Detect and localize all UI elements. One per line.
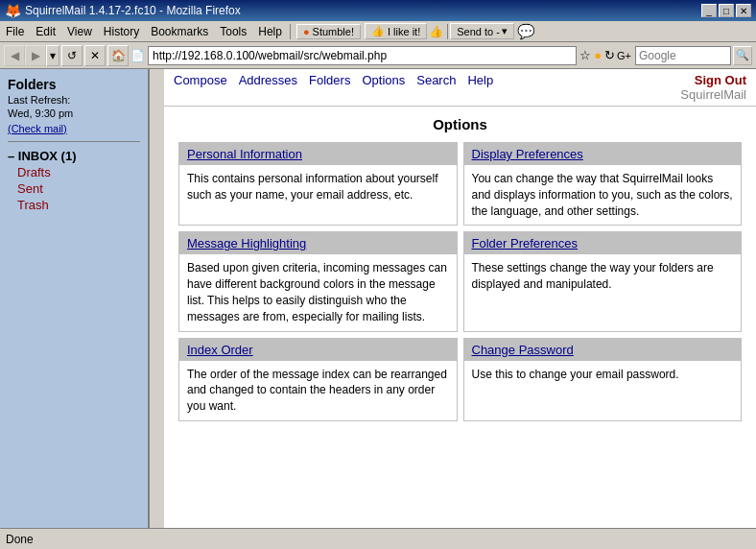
- address-input[interactable]: [148, 46, 577, 65]
- check-mail-link[interactable]: (Check mail): [8, 123, 67, 134]
- status-bar: Done: [0, 528, 756, 549]
- index-order-link[interactable]: Index Order: [187, 343, 253, 357]
- content-area: Compose Addresses Folders Options Search…: [164, 69, 756, 528]
- menu-tools[interactable]: Tools: [214, 23, 252, 40]
- refresh-button[interactable]: ↺: [61, 45, 83, 66]
- option-card-header-message-highlighting: Message Highlighting: [179, 232, 457, 254]
- stop-button[interactable]: ✕: [84, 45, 106, 66]
- status-text: Done: [6, 533, 34, 546]
- ilike-button[interactable]: 👍 I like it!: [365, 23, 427, 39]
- back-button[interactable]: ◀: [4, 45, 25, 66]
- stumble-icon: ●: [303, 26, 310, 37]
- option-card-body-message-highlighting: Based upon given criteria, incoming mess…: [179, 254, 457, 330]
- option-card-body-index-order: The order of the message index can be re…: [179, 361, 457, 420]
- sidebar-folder-trash[interactable]: Trash: [8, 197, 140, 213]
- forward-button[interactable]: ▶: [25, 45, 46, 66]
- menu-help[interactable]: Help: [252, 23, 288, 40]
- window-title-bar: 🦊 SquirrelMail 1.4.17-2.fc10 - Mozilla F…: [0, 0, 756, 21]
- sidebar: Folders Last Refresh: Wed, 9:30 pm (Chec…: [0, 69, 149, 528]
- back-forward-group: ◀ ▶ ▾: [4, 45, 59, 66]
- star-icon: ☆: [579, 48, 591, 62]
- search-go-button[interactable]: 🔍: [733, 46, 752, 65]
- option-card-header-change-password: Change Password: [464, 339, 742, 361]
- change-password-link[interactable]: Change Password: [472, 343, 574, 357]
- window-title: SquirrelMail 1.4.17-2.fc10 - Mozilla Fir…: [25, 4, 241, 17]
- option-card-index-order: Index Order The order of the message ind…: [178, 338, 458, 421]
- menu-view[interactable]: View: [61, 23, 98, 40]
- options-container: Options Personal Information This contai…: [164, 107, 756, 431]
- thumb-icon: 👍: [429, 25, 443, 38]
- nav-help[interactable]: Help: [467, 73, 493, 87]
- ilike-icon: 👍: [371, 25, 385, 37]
- display-prefs-link[interactable]: Display Preferences: [472, 147, 583, 161]
- sign-out-link[interactable]: Sign Out: [695, 73, 746, 87]
- rss-icon: ●: [594, 48, 602, 62]
- options-title: Options: [178, 116, 742, 132]
- stumble-button[interactable]: ● Stumble!: [296, 24, 361, 39]
- page-icon: 📄: [130, 49, 145, 62]
- option-card-body-display-prefs: You can change the way that SquirrelMail…: [464, 165, 742, 225]
- main-layout: Folders Last Refresh: Wed, 9:30 pm (Chec…: [0, 69, 756, 528]
- message-highlighting-link[interactable]: Message Highlighting: [187, 236, 306, 251]
- option-card-header-display-prefs: Display Preferences: [464, 143, 742, 165]
- menu-divider2: [447, 24, 448, 39]
- option-card-message-highlighting: Message Highlighting Based upon given cr…: [178, 231, 458, 331]
- nav-compose[interactable]: Compose: [174, 73, 227, 87]
- sidebar-divider: [8, 141, 140, 142]
- search-area: G+ 🔍: [617, 46, 752, 65]
- send-to-dropdown-icon: ▾: [502, 25, 508, 37]
- nav-bar: ◀ ▶ ▾ ↺ ✕ 🏠 📄 ☆ ● ↻ G+ 🔍: [0, 42, 756, 69]
- sidebar-folder-sent[interactable]: Sent: [8, 180, 140, 197]
- option-card-change-password: Change Password Use this to change your …: [463, 338, 743, 421]
- squirrelmail-brand: SquirrelMail: [680, 87, 746, 102]
- option-card-header-personal-info: Personal Information: [179, 143, 457, 165]
- last-refresh-time: Wed, 9:30 pm: [8, 107, 140, 119]
- personal-info-link[interactable]: Personal Information: [187, 147, 302, 161]
- option-card-header-index-order: Index Order: [179, 339, 457, 361]
- option-card-folder-prefs: Folder Preferences These settings change…: [463, 231, 743, 331]
- squirrelmail-top-right: Sign Out SquirrelMail: [680, 73, 746, 102]
- sidebar-folder-inbox[interactable]: – INBOX (1): [8, 148, 140, 164]
- menu-bar: File Edit View History Bookmarks Tools H…: [0, 21, 756, 42]
- reload-icon: ↻: [604, 48, 615, 62]
- last-refresh-label: Last Refresh:: [8, 94, 140, 106]
- sidebar-title: Folders: [8, 77, 140, 92]
- title-bar-controls: _ □ ✕: [701, 4, 751, 17]
- nav-addresses[interactable]: Addresses: [239, 73, 297, 87]
- option-card-display-prefs: Display Preferences You can change the w…: [463, 142, 743, 226]
- close-button[interactable]: ✕: [736, 4, 751, 17]
- nav-dropdown-button[interactable]: ▾: [46, 45, 59, 66]
- folder-prefs-link[interactable]: Folder Preferences: [472, 236, 579, 251]
- firefox-icon: 🦊: [5, 3, 21, 18]
- maximize-button[interactable]: □: [719, 4, 734, 17]
- squirrelmail-header: Compose Addresses Folders Options Search…: [164, 69, 756, 107]
- sidebar-scrollbar[interactable]: [149, 69, 164, 528]
- option-card-header-folder-prefs: Folder Preferences: [464, 232, 742, 254]
- menu-file[interactable]: File: [0, 23, 30, 40]
- options-grid: Personal Information This contains perso…: [178, 142, 742, 421]
- nav-search[interactable]: Search: [416, 73, 456, 87]
- send-to-button[interactable]: Send to - ▾: [450, 23, 514, 39]
- search-input[interactable]: [635, 46, 731, 65]
- option-card-personal-info: Personal Information This contains perso…: [178, 142, 458, 226]
- option-card-body-change-password: Use this to change your email password.: [464, 361, 742, 389]
- menu-divider: [290, 24, 291, 39]
- sidebar-folder-drafts[interactable]: Drafts: [8, 164, 140, 180]
- menu-history[interactable]: History: [98, 23, 145, 40]
- speech-bubble-icon: 💬: [517, 23, 535, 40]
- nav-options[interactable]: Options: [362, 73, 405, 87]
- option-card-body-folder-prefs: These settings change the way your folde…: [464, 254, 742, 298]
- nav-folders[interactable]: Folders: [309, 73, 350, 87]
- minimize-button[interactable]: _: [701, 4, 717, 17]
- option-card-body-personal-info: This contains personal information about…: [179, 165, 457, 209]
- google-icon: G+: [617, 50, 631, 61]
- menu-bookmarks[interactable]: Bookmarks: [145, 23, 214, 40]
- menu-edit[interactable]: Edit: [30, 23, 61, 40]
- home-button[interactable]: 🏠: [107, 45, 129, 66]
- squirrelmail-nav: Compose Addresses Folders Options Search…: [174, 73, 493, 87]
- address-bar: 📄 ☆ ● ↻: [130, 46, 615, 65]
